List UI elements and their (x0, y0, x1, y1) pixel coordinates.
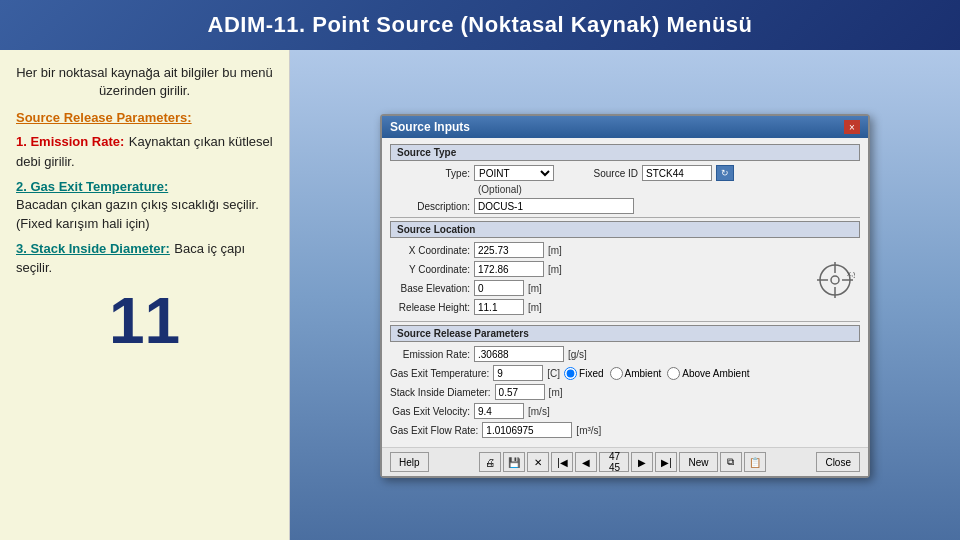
crosshair-icon: x,y (815, 260, 855, 300)
prev-button[interactable]: ◀ (575, 452, 597, 472)
above-ambient-radio[interactable]: Above Ambient (667, 367, 749, 380)
release-height-row: Release Height: [m] (390, 299, 802, 315)
gas-exit-temp-label: Gas Exit Temperature: (390, 368, 489, 379)
gas-exit-temp-input[interactable] (493, 365, 543, 381)
header-title: ADIM-11. Point Source (Noktasal Kaynak) … (208, 12, 753, 37)
x-coord-input[interactable] (474, 242, 544, 258)
base-elev-input[interactable] (474, 280, 524, 296)
refresh-button[interactable]: ↻ (716, 165, 734, 181)
dialog-close-button[interactable]: × (844, 120, 860, 134)
page-header: ADIM-11. Point Source (Noktasal Kaynak) … (0, 0, 960, 50)
item3-label: 3. Stack Inside Diameter: (16, 241, 170, 256)
source-id-label: Source ID (558, 168, 638, 179)
gas-exit-temp-unit: [C] (547, 368, 560, 379)
y-coord-unit: [m] (548, 264, 562, 275)
first-button[interactable]: |◀ (551, 452, 573, 472)
above-ambient-label: Above Ambient (682, 368, 749, 379)
print-button[interactable]: 🖨 (479, 452, 501, 472)
gas-exit-flow-row: Gas Exit Flow Rate: [m³/s] (390, 422, 860, 438)
footer-icon-buttons: 🖨 💾 ✕ |◀ ◀ 4745 ▶ ▶| New ⧉ 📋 (479, 452, 765, 472)
fixed-radio[interactable]: Fixed (564, 367, 603, 380)
coords-left: X Coordinate: [m] Y Coordinate: [m] Base… (390, 242, 802, 318)
base-elev-label: Base Elevation: (390, 283, 470, 294)
base-elev-unit: [m] (528, 283, 542, 294)
source-type-section-label: Source Type (390, 144, 860, 161)
gas-exit-vel-label: Gas Exit Velocity: (390, 406, 470, 417)
release-height-input[interactable] (474, 299, 524, 315)
source-release-section-label: Source Release Parameters (390, 325, 860, 342)
y-coord-row: Y Coordinate: [m] (390, 261, 802, 277)
description-input[interactable] (474, 198, 634, 214)
gas-exit-flow-label: Gas Exit Flow Rate: (390, 425, 478, 436)
stack-inside-diam-input[interactable] (495, 384, 545, 400)
stack-inside-diam-row: Stack Inside Diameter: [m] (390, 384, 860, 400)
save-button[interactable]: 💾 (503, 452, 525, 472)
dialog-footer: Help 🖨 💾 ✕ |◀ ◀ 4745 ▶ ▶| New ⧉ 📋 Close (382, 447, 868, 476)
counter-button: 4745 (599, 452, 629, 472)
step-number: 11 (16, 284, 273, 358)
ambient-label: Ambient (625, 368, 662, 379)
gas-exit-flow-input[interactable] (482, 422, 572, 438)
delete-button[interactable]: ✕ (527, 452, 549, 472)
stack-inside-diam-unit: [m] (549, 387, 563, 398)
y-coord-label: Y Coordinate: (390, 264, 470, 275)
gas-exit-vel-row: Gas Exit Velocity: [m/s] (390, 403, 860, 419)
next-button[interactable]: ▶ (631, 452, 653, 472)
gas-exit-vel-input[interactable] (474, 403, 524, 419)
section1-title: Source Release Parameters: (16, 110, 192, 125)
y-coord-input[interactable] (474, 261, 544, 277)
left-panel: Her bir noktasal kaynağa ait bilgiler bu… (0, 50, 290, 540)
crosshair-container: x,y (810, 242, 860, 318)
intro-text: Her bir noktasal kaynağa ait bilgiler bu… (16, 64, 273, 100)
stack-inside-diam-label: Stack Inside Diameter: (390, 387, 491, 398)
dialog-title: Source Inputs (390, 120, 470, 134)
main-content: Her bir noktasal kaynağa ait bilgiler bu… (0, 50, 960, 540)
optional-label-row: (Optional) (390, 184, 860, 195)
copy-button[interactable]: ⧉ (720, 452, 742, 472)
item2-block: 2. Gas Exit Temperature: Bacadan çıkan g… (16, 177, 273, 233)
item3-block: 3. Stack Inside Diameter: Baca iç çapı s… (16, 239, 273, 277)
source-type-row: Type: POINT Source ID ↻ (390, 165, 860, 181)
x-coord-row: X Coordinate: [m] (390, 242, 802, 258)
right-panel: Source Inputs × Source Type Type: POINT … (290, 50, 960, 540)
type-label: Type: (390, 168, 470, 179)
gas-exit-vel-unit: [m/s] (528, 406, 550, 417)
emission-rate-input[interactable] (474, 346, 564, 362)
release-height-label: Release Height: (390, 302, 470, 313)
dialog-body: Source Type Type: POINT Source ID ↻ (Opt… (382, 138, 868, 447)
item2-text: Bacadan çıkan gazın çıkış sıcaklığı seçi… (16, 197, 259, 231)
optional-label: (Optional) (478, 184, 522, 195)
source-inputs-dialog: Source Inputs × Source Type Type: POINT … (380, 114, 870, 478)
coordinates-section: X Coordinate: [m] Y Coordinate: [m] Base… (390, 242, 860, 318)
base-elev-row: Base Elevation: [m] (390, 280, 802, 296)
section1-block: Source Release Parameters: (16, 108, 273, 126)
item1-label: 1. Emission Rate: (16, 134, 124, 149)
source-location-section-label: Source Location (390, 221, 860, 238)
x-coord-label: X Coordinate: (390, 245, 470, 256)
paste-button[interactable]: 📋 (744, 452, 766, 472)
gas-exit-temp-row: Gas Exit Temperature: [C] Fixed Ambient (390, 365, 860, 381)
emission-rate-unit: [g/s] (568, 349, 587, 360)
fixed-label: Fixed (579, 368, 603, 379)
source-id-input[interactable] (642, 165, 712, 181)
x-coord-unit: [m] (548, 245, 562, 256)
temp-radio-group: Fixed Ambient Above Ambient (564, 367, 749, 380)
item2-label: 2. Gas Exit Temperature: (16, 179, 168, 194)
close-button[interactable]: Close (816, 452, 860, 472)
help-button[interactable]: Help (390, 452, 429, 472)
emission-rate-label: Emission Rate: (390, 349, 470, 360)
svg-text:x,y: x,y (847, 269, 855, 278)
item1-block: 1. Emission Rate: Kaynaktan çıkan kütles… (16, 132, 273, 170)
last-button[interactable]: ▶| (655, 452, 677, 472)
svg-point-1 (831, 276, 839, 284)
release-height-unit: [m] (528, 302, 542, 313)
new-button[interactable]: New (679, 452, 717, 472)
type-select[interactable]: POINT (474, 165, 554, 181)
emission-rate-row: Emission Rate: [g/s] (390, 346, 860, 362)
gas-exit-flow-unit: [m³/s] (576, 425, 601, 436)
ambient-radio[interactable]: Ambient (610, 367, 662, 380)
description-row: Description: (390, 198, 860, 214)
dialog-titlebar: Source Inputs × (382, 116, 868, 138)
description-label: Description: (390, 201, 470, 212)
